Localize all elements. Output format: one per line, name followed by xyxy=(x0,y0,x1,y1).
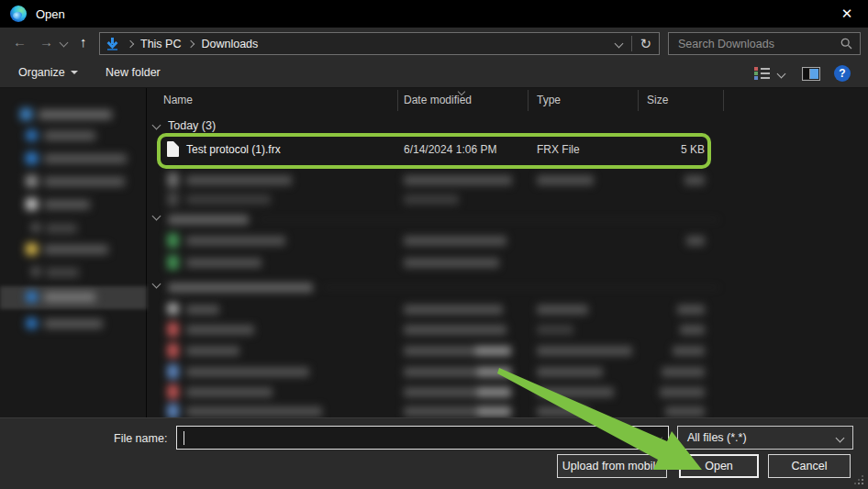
address-bar[interactable]: This PC Downloads ↻ xyxy=(99,32,660,55)
edge-logo-icon xyxy=(10,6,27,22)
search-box xyxy=(668,32,861,55)
back-icon[interactable]: ← xyxy=(13,35,27,50)
new-folder-label: New folder xyxy=(106,66,161,79)
forward-icon[interactable]: → xyxy=(39,35,53,50)
command-toolbar: Organize New folder ? xyxy=(0,59,868,88)
view-options-chevron-icon[interactable] xyxy=(777,70,786,79)
sidebar-blurred-items xyxy=(0,88,146,417)
upload-from-mobile-button[interactable]: Upload from mobile xyxy=(557,454,667,478)
breadcrumb-this-pc[interactable]: This PC xyxy=(140,38,181,50)
preview-pane-icon[interactable] xyxy=(802,67,820,81)
breadcrumb-separator-icon xyxy=(187,39,195,47)
refresh-icon[interactable]: ↻ xyxy=(640,36,651,52)
resize-grip[interactable] xyxy=(862,483,863,484)
search-input[interactable] xyxy=(676,37,840,51)
open-dialog: Open ✕ ← → ↑ This PC Downloads ↻ xyxy=(0,0,868,489)
cancel-button[interactable]: Cancel xyxy=(768,454,851,478)
recent-locations-chevron-icon[interactable] xyxy=(60,39,69,48)
file-name-box xyxy=(176,426,669,450)
divider xyxy=(631,36,632,51)
navigation-bar: ← → ↑ This PC Downloads ↻ xyxy=(0,28,868,59)
organize-label: Organize xyxy=(18,66,65,79)
view-details-icon[interactable] xyxy=(754,67,770,80)
file-name-input[interactable] xyxy=(177,427,668,449)
breadcrumb-downloads[interactable]: Downloads xyxy=(201,38,258,50)
close-button[interactable]: ✕ xyxy=(826,0,868,28)
chevron-down-icon xyxy=(836,433,845,442)
dialog-footer: File name: All files (*.*) Upload from m… xyxy=(0,417,868,489)
window-title: Open xyxy=(36,7,65,21)
address-dropdown-chevron-icon[interactable] xyxy=(615,39,624,49)
new-folder-button[interactable]: New folder xyxy=(106,66,161,79)
text-caret xyxy=(184,431,184,445)
main-area: Name Date modified Type Size Today (3) T… xyxy=(0,88,868,417)
blurred-file-rows[interactable] xyxy=(150,88,868,417)
up-icon[interactable]: ↑ xyxy=(80,35,87,50)
help-icon[interactable]: ? xyxy=(834,65,851,82)
titlebar: Open ✕ xyxy=(0,0,868,28)
search-icon xyxy=(840,38,852,50)
downloads-folder-icon xyxy=(106,37,119,51)
breadcrumb-separator-icon xyxy=(127,39,134,47)
file-type-dropdown[interactable]: All files (*.*) xyxy=(677,426,853,450)
open-button[interactable]: Open xyxy=(679,454,759,478)
organize-button[interactable]: Organize xyxy=(18,66,78,79)
navigation-sidebar[interactable] xyxy=(0,88,147,417)
file-type-value: All files (*.*) xyxy=(687,431,747,444)
file-list: Name Date modified Type Size Today (3) T… xyxy=(150,88,868,417)
dropdown-triangle-icon xyxy=(71,71,78,74)
file-name-label: File name: xyxy=(114,432,167,445)
